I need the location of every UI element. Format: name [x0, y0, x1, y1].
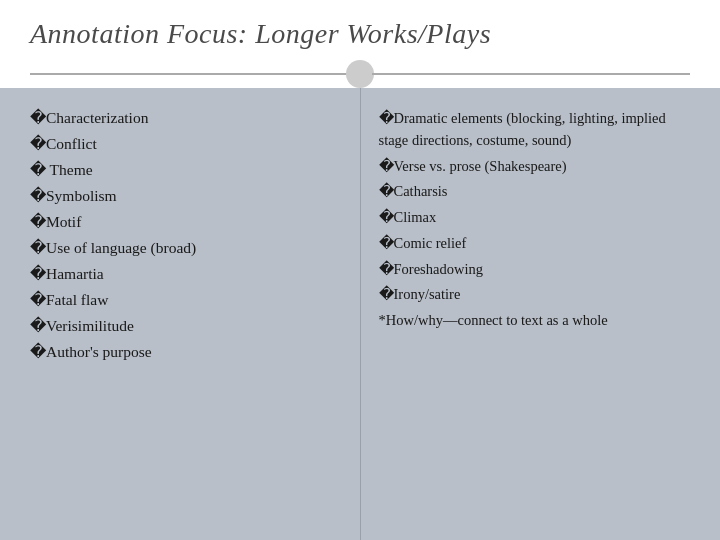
right-list-item: �Irony/satire — [379, 284, 691, 306]
slide: Annotation Focus: Longer Works/Plays �Ch… — [0, 0, 720, 540]
left-item-text: �Motif — [30, 210, 81, 234]
left-list-item: �Verisimilitude — [30, 314, 342, 338]
left-item-text: �Symbolism — [30, 184, 117, 208]
left-list-item: �Fatal flaw — [30, 288, 342, 312]
left-item-text: �Conflict — [30, 132, 97, 156]
right-list-item: �Dramatic elements (blocking, lighting, … — [379, 108, 691, 152]
left-item-text: �Author's purpose — [30, 340, 152, 364]
left-list-item: �Symbolism — [30, 184, 342, 208]
divider-line-right — [372, 73, 690, 75]
right-list-item: �Catharsis — [379, 181, 691, 203]
left-list-item: �Author's purpose — [30, 340, 342, 364]
left-list-item: �Characterization — [30, 106, 342, 130]
left-list-item: �Motif — [30, 210, 342, 234]
left-item-text: �Verisimilitude — [30, 314, 134, 338]
divider-row — [0, 60, 720, 88]
left-list-item: �Hamartia — [30, 262, 342, 286]
left-list-item: �Conflict — [30, 132, 342, 156]
right-list-item: �Climax — [379, 207, 691, 229]
title-area: Annotation Focus: Longer Works/Plays — [0, 0, 720, 60]
left-item-text: �Use of language (broad) — [30, 236, 196, 260]
left-list-item: � Theme — [30, 158, 342, 182]
divider-circle — [346, 60, 374, 88]
divider-line-left — [30, 73, 348, 75]
right-list-item: �Verse vs. prose (Shakespeare) — [379, 156, 691, 178]
right-list-item: *How/why—connect to text as a whole — [379, 310, 691, 332]
right-list-item: �Foreshadowing — [379, 259, 691, 281]
right-list-item: �Comic relief — [379, 233, 691, 255]
right-column: �Dramatic elements (blocking, lighting, … — [360, 88, 721, 540]
left-item-text: �Characterization — [30, 106, 148, 130]
left-column: �Characterization�Conflict� Theme�Symbol… — [0, 88, 360, 540]
left-item-text: � Theme — [30, 158, 93, 182]
left-item-text: �Fatal flaw — [30, 288, 108, 312]
left-item-text: �Hamartia — [30, 262, 104, 286]
left-list-item: �Use of language (broad) — [30, 236, 342, 260]
content-area: �Characterization�Conflict� Theme�Symbol… — [0, 88, 720, 540]
slide-title: Annotation Focus: Longer Works/Plays — [30, 18, 690, 50]
